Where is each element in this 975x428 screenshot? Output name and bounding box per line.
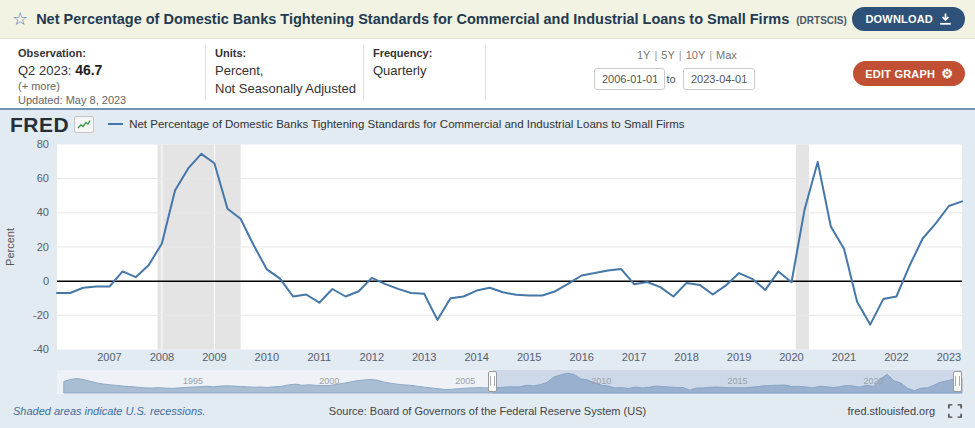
svg-text:2013: 2013 [412,351,436,363]
fred-logo-chart-icon [74,116,94,133]
source-text: Source: Board of Governors of the Federa… [329,405,646,417]
legend-row: FRED Net Percentage of Domestic Banks Ti… [10,113,685,135]
frequency-value: Quarterly [373,62,432,80]
svg-text:2014: 2014 [464,351,488,363]
svg-text:2018: 2018 [674,351,698,363]
series-title-text: Net Percentage of Domestic Banks Tighten… [36,11,789,27]
frequency-label: Frequency: [373,47,432,59]
divider [205,45,206,100]
svg-text:2008: 2008 [150,351,174,363]
edit-graph-button[interactable]: EDIT GRAPH ⚙ [853,61,965,86]
fullscreen-icon[interactable] [948,404,962,418]
range-link-10y[interactable]: 10Y [686,49,706,61]
range-slider[interactable]: 199520002005201020152020 [0,370,975,394]
units-value-line2: Not Seasonally Adjusted [215,80,356,98]
download-button[interactable]: DOWNLOAD [852,7,965,31]
recession-note-link[interactable]: Shaded areas indicate U.S. recessions. [13,405,206,417]
chart-area: FRED Net Percentage of Domestic Banks Ti… [0,108,975,428]
slider-handle-left[interactable] [488,371,497,392]
download-icon [939,13,952,25]
svg-text:2023: 2023 [937,351,961,363]
svg-text:2019: 2019 [727,351,751,363]
svg-text:2015: 2015 [517,351,541,363]
svg-text:40: 40 [37,206,49,218]
series-id-label: (DRTSCIS) [796,15,847,26]
svg-text:2017: 2017 [622,351,646,363]
observation-block: Observation: Q2 2023: 46.7 (+ more) Upda… [18,47,126,106]
svg-text:2011: 2011 [307,351,331,363]
fred-site-link[interactable]: fred.stlouisfed.org [848,405,935,417]
updated-text: Updated: May 8, 2023 [18,94,126,106]
main-chart[interactable]: 806040200-20-402007200820092010201120122… [0,135,975,365]
svg-text:2022: 2022 [884,351,908,363]
svg-text:-20: -20 [33,309,49,321]
range-link-1y[interactable]: 1Y [637,49,650,61]
observation-label: Observation: [18,47,126,59]
date-start-input[interactable] [594,68,665,90]
svg-text:2020: 2020 [779,351,803,363]
svg-text:0: 0 [43,275,49,287]
title-bar: ☆ Net Percentage of Domestic Banks Tight… [0,0,975,39]
svg-text:2010: 2010 [255,351,279,363]
svg-text:2000: 2000 [319,376,339,386]
divider [485,45,486,100]
slider-handle-right[interactable] [953,371,962,392]
chart-footer: Shaded areas indicate U.S. recessions. S… [0,398,975,424]
range-separator: | [709,49,712,61]
legend-line-swatch [108,123,123,125]
svg-text:2016: 2016 [569,351,593,363]
gear-icon: ⚙ [941,67,953,80]
range-links: 1Y|5Y|10Y|Max [637,49,737,61]
divider [363,45,364,100]
svg-text:2020: 2020 [864,376,884,386]
svg-text:2007: 2007 [97,351,121,363]
svg-text:20: 20 [37,241,49,253]
favorite-star-icon[interactable]: ☆ [12,10,28,28]
svg-text:2010: 2010 [591,376,611,386]
meta-bar: Observation: Q2 2023: 46.7 (+ more) Upda… [0,39,975,108]
units-value-line1: Percent, [215,62,356,80]
fred-graph-page: ☆ Net Percentage of Domestic Banks Tight… [0,0,975,428]
frequency-block: Frequency: Quarterly [373,47,432,80]
svg-text:2021: 2021 [832,351,856,363]
download-button-label: DOWNLOAD [865,13,933,25]
svg-text:-40: -40 [33,343,49,355]
svg-text:2009: 2009 [202,351,226,363]
date-to-label: to [667,73,676,85]
range-link-max[interactable]: Max [716,49,737,61]
more-observations-link[interactable]: (+ more) [18,80,126,92]
svg-text:Percent: Percent [4,228,16,266]
svg-text:2012: 2012 [360,351,384,363]
page-title: Net Percentage of Domestic Banks Tighten… [36,11,852,27]
svg-text:80: 80 [37,138,49,150]
svg-text:2005: 2005 [455,376,475,386]
date-end-input[interactable] [683,68,755,90]
range-separator: | [654,49,657,61]
svg-text:60: 60 [37,172,49,184]
observation-period: Q2 2023: [18,63,72,78]
legend-series-label: Net Percentage of Domestic Banks Tighten… [129,118,684,130]
fred-logo[interactable]: FRED [10,114,69,135]
observation-value: 46.7 [75,62,102,78]
svg-text:1995: 1995 [183,376,203,386]
range-link-5y[interactable]: 5Y [661,49,674,61]
range-separator: | [679,49,682,61]
edit-graph-label: EDIT GRAPH [865,68,935,80]
units-block: Units: Percent, Not Seasonally Adjusted [215,47,356,98]
svg-text:2015: 2015 [727,376,747,386]
units-label: Units: [215,47,356,59]
